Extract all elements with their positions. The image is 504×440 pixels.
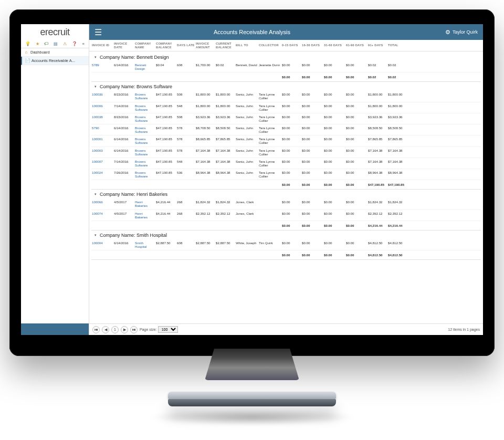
days-late: 578 [176,136,195,145]
spacer [408,114,429,123]
warning-icon[interactable]: ⚠ [63,41,67,46]
invoice-amount: $1,700.00 [195,62,215,71]
collector: Tara Lynne Collier [258,148,281,157]
invoice-date: 6/14/2016 [113,62,134,71]
company-link[interactable]: Henri Bakeries [134,199,155,208]
invoice-id-link[interactable]: 100074 [91,211,113,220]
current-balance: $0.02 [215,62,235,71]
company-balance: $0.04 [155,62,176,71]
company-link[interactable]: Browns Software [134,114,155,123]
subtotal-cell [176,74,195,80]
menu-icon[interactable]: ☰ [94,27,102,37]
company-link[interactable]: Browns Software [134,170,155,179]
subtotal-cell: $0.00 [345,182,368,187]
invoice-id-link[interactable]: 100038 [91,114,113,123]
column-header[interactable]: TOTAL [387,44,408,47]
bill-to: Santo, John [235,103,258,112]
column-header[interactable]: 16-30 DAYS [301,44,323,47]
company-link[interactable]: Bennett Design [134,62,155,71]
d91-plus: $8,508.50 [368,125,387,134]
company-link[interactable]: Browns Software [134,136,155,145]
table-row: 57906/14/2016Browns Software$47,190.8557… [91,124,481,135]
column-header[interactable]: 31-60 DAYS [323,44,345,47]
group-header[interactable]: ▾Company Name: Bennett Design [91,53,481,61]
caret-down-icon[interactable]: ▾ [94,85,97,89]
pager-last-button[interactable]: ⏭ [130,326,138,333]
column-header[interactable]: INVOICE DATE [113,42,134,49]
star-icon[interactable]: ★ [36,41,39,46]
subtotal-cell: $4,812.50 [387,252,408,258]
company-link[interactable]: Browns Software [134,103,155,112]
subtotal-cell [113,252,134,258]
tag-icon[interactable]: 🏷 [44,41,48,46]
company-link[interactable]: Browns Software [134,148,155,157]
invoice-id-link[interactable]: 100007 [91,159,113,168]
pager-next-button[interactable]: ▶ [121,326,128,333]
table-row: 1000388/23/2016Browns Software$47,190.85… [91,113,481,124]
user-menu[interactable]: ⚙ Taylor Quirk [445,29,478,36]
collector [258,199,281,208]
invoice-id-link[interactable]: 100003 [91,148,113,157]
collapse-icon[interactable]: « [82,41,85,46]
company-link[interactable]: Smith Hospital [134,240,155,249]
company-link[interactable]: Browns Software [134,159,155,168]
column-header[interactable]: 91+ DAYS [368,44,387,47]
subtotal-cell [408,182,429,187]
column-header[interactable]: CURRENT BALANCE [215,42,235,49]
column-header[interactable]: INVOICE ID [91,44,113,47]
invoice-id-link[interactable]: 100006 [91,103,113,112]
invoice-amount: $1,800.00 [195,91,215,101]
column-header[interactable]: INVOICE AMOUNT [195,42,215,49]
invoice-id-link[interactable]: 100024 [91,170,113,179]
subtotal-cell: $0.00 [301,252,323,258]
caret-down-icon[interactable]: ▾ [94,233,97,237]
invoice-id-link[interactable]: 5789 [91,62,113,71]
help-icon[interactable]: ❓ [72,41,77,46]
nav-accounts-receivable[interactable]: 📄 Accounts Receivable A... [21,57,89,65]
invoice-id-link[interactable]: 100036 [91,91,113,101]
bulb-icon[interactable]: 💡 [25,41,30,46]
table-row: 1000016/14/2016Browns Software$47,190.85… [91,135,481,146]
subtotal-cell [215,182,235,187]
company-link[interactable]: Henri Bakeries [134,211,155,220]
column-header[interactable]: COLLECTOR [258,44,281,47]
group-header[interactable]: ▾Company Name: Henri Bakeries [91,190,481,198]
invoice-id-link[interactable]: 100066 [91,199,113,208]
invoice-id-link[interactable]: 100001 [91,136,113,145]
group-header[interactable]: ▾Company Name: Smith Hospital [91,231,481,239]
page-size-select[interactable]: 100 [158,326,178,333]
d91-plus: $2,392.12 [368,211,387,220]
subtotal-cell: $0.00 [345,74,368,80]
d0-15: $0.00 [281,125,301,134]
monitor-frame: erecruit ☰ Accounts Receivable Analysis … [9,9,495,356]
column-header[interactable]: COMPANY NAME [134,42,155,49]
pager-page-number[interactable]: 1 [111,326,119,333]
invoice-id-link[interactable]: 100004 [91,240,113,249]
d16-30: $0.00 [301,125,323,134]
list-icon[interactable]: ▤ [54,41,58,46]
column-header[interactable]: DAYS LATE [176,44,195,47]
company-link[interactable]: Browns Software [134,125,155,134]
d91-plus: $7,164.38 [368,159,387,168]
invoice-date: 4/5/2017 [113,199,134,208]
company-link[interactable]: Browns Software [134,91,155,101]
caret-down-icon[interactable]: ▾ [94,55,97,59]
caret-down-icon[interactable]: ▾ [94,192,97,196]
days-late: 268 [176,199,195,208]
subtotal-cell [176,182,195,187]
user-name: Taylor Quirk [453,29,478,35]
invoice-id-link[interactable]: 5790 [91,125,113,134]
spacer [408,62,429,71]
column-header[interactable]: COMPANY BALANCE [155,42,176,49]
column-header[interactable]: 61-90 DAYS [345,44,368,47]
pager-first-button[interactable]: ⏮ [92,326,100,333]
page-size: Page size: 100 [140,326,178,333]
d91-plus: $4,812.50 [368,240,387,249]
column-header[interactable]: 0-15 DAYS [281,44,301,47]
nav-dashboard[interactable]: ⌂ Dashboard [21,48,89,57]
pager-prev-button[interactable]: ◀ [102,326,109,333]
group-header[interactable]: ▾Company Name: Browns Software [91,82,481,91]
nav-ar-label: Accounts Receivable A... [32,58,75,63]
column-header[interactable]: BILL TO [235,44,258,47]
subtotal-cell [215,223,235,228]
